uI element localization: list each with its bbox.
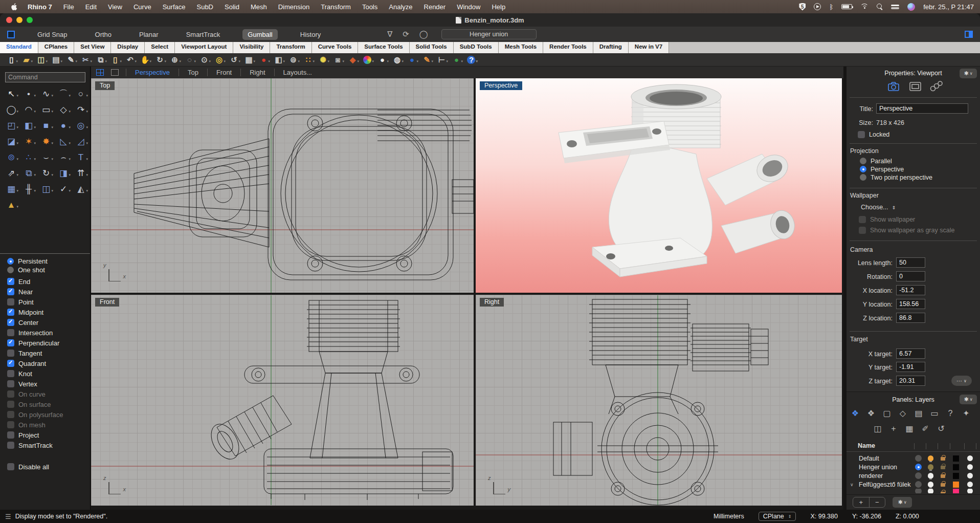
toolbar-icon[interactable]: ◧ (271, 54, 286, 66)
menu-item[interactable]: SubD (196, 3, 213, 11)
toolbar-icon[interactable]: ✎ (419, 54, 434, 66)
osnap-check-row[interactable]: Quadrant (7, 358, 88, 368)
pointer-arrow-icon[interactable]: ⟳ (403, 30, 409, 39)
panel-icon[interactable]: ✦ (962, 408, 971, 418)
toolbar-icon[interactable]: ▤ (49, 54, 63, 66)
toolbar-icon[interactable]: ✂ (78, 54, 93, 66)
target-more-button[interactable]: ⋯∨ (951, 376, 972, 386)
palette-tool-icon[interactable]: ◎ (72, 119, 90, 135)
osnap-check-row[interactable]: On polysurface (7, 409, 88, 420)
viewport-right[interactable]: Right (476, 295, 842, 506)
panel-icon[interactable]: ↺ (937, 424, 946, 433)
palette-tool-icon[interactable]: ↻ (37, 166, 55, 182)
palette-tool-icon[interactable]: ◺ (55, 135, 72, 150)
viewport-tab-top[interactable]: Top (179, 69, 207, 76)
toolbar-icon[interactable]: ◎ (212, 54, 227, 66)
osnap-check-row[interactable]: Knot (7, 368, 88, 379)
ribbon-tab[interactable]: Mesh Tools (499, 42, 543, 53)
layer-color-swatch[interactable] (953, 482, 959, 488)
radio-button[interactable] (7, 258, 14, 265)
lens-length-input[interactable] (896, 257, 925, 268)
current-layer-radio[interactable] (915, 455, 922, 462)
checkbox[interactable] (7, 350, 14, 357)
toolbar-icon[interactable]: ● (256, 54, 271, 66)
panel-icon[interactable]: ? (946, 409, 955, 418)
selection-filter-icon[interactable] (7, 31, 15, 38)
layer-visibility-bulb-icon[interactable] (928, 482, 933, 487)
palette-tool-icon[interactable]: ↷ (72, 103, 90, 119)
ribbon-tab[interactable]: CPlanes (38, 42, 74, 53)
toolbar-icon[interactable]: ◌ (182, 54, 197, 66)
toolbar-icon[interactable]: ∷ (301, 54, 316, 66)
viewport-tab-perspective[interactable]: Perspective (126, 69, 179, 76)
palette-tool-icon[interactable]: ✓ (55, 182, 72, 198)
osnap-check-row[interactable]: On surface (7, 399, 88, 409)
z-location-input[interactable] (896, 313, 925, 323)
layer-color-swatch[interactable] (953, 473, 959, 479)
checkbox[interactable] (7, 380, 14, 387)
add-layer-button[interactable]: + (853, 497, 870, 507)
osnap-check-row[interactable]: Project (7, 430, 88, 440)
toolbar-icon[interactable]: ⊢ (434, 54, 449, 66)
checkbox[interactable] (7, 329, 14, 336)
layer-color-swatch[interactable] (953, 489, 959, 493)
layer-lock-icon[interactable] (941, 457, 945, 461)
toolbar-icon[interactable]: ▯ (108, 54, 123, 66)
toolbar-icon[interactable]: ◫ (34, 54, 49, 66)
menu-item[interactable]: Mesh (251, 3, 267, 11)
palette-tool-icon[interactable]: • (20, 87, 37, 103)
checkbox[interactable] (7, 401, 14, 408)
filter-icon[interactable]: ∇ (387, 30, 392, 39)
palette-tool-icon[interactable]: ⌢ (55, 150, 72, 166)
ribbon-tab[interactable]: Standard (0, 42, 38, 53)
cplane-dropdown[interactable]: CPlane⇕ (759, 512, 796, 521)
checkbox[interactable] (7, 278, 14, 285)
coordinate-x[interactable]: X: 99.380 (810, 513, 838, 520)
viewport-top[interactable]: Top (91, 78, 474, 293)
menu-item[interactable]: Render (424, 3, 446, 11)
osnap-check-row[interactable]: Midpoint (7, 307, 88, 317)
ribbon-tab[interactable]: Set View (74, 42, 111, 53)
palette-tool-icon[interactable]: ◿ (72, 135, 90, 150)
four-viewport-layout-icon[interactable] (96, 69, 104, 76)
palette-tool-icon[interactable]: ■ (37, 119, 55, 135)
viewport-front-label[interactable]: Front (95, 298, 119, 307)
projection-perspective-row[interactable]: Perspective (860, 165, 904, 173)
sidebar-toggle-icon[interactable] (965, 31, 973, 38)
layer-row[interactable]: ∨ Felfüggesztő fülek (847, 480, 980, 489)
layers-name-header[interactable]: Name (847, 441, 980, 452)
osnap-mode-row[interactable]: Persistent (7, 257, 88, 266)
ribbon-tab[interactable]: Drafting (593, 42, 629, 53)
toolbar-icon[interactable]: ⊙ (197, 54, 212, 66)
toolbar-icon[interactable]: ✺ (316, 54, 330, 66)
layers-gear-button[interactable]: ✱∨ (893, 497, 912, 508)
ribbon-tab[interactable]: Transform (270, 42, 311, 53)
menu-item[interactable]: Rhino 7 (28, 3, 52, 11)
ribbon-tab[interactable]: Curve Tools (312, 42, 359, 53)
ribbon-tab[interactable]: Solid Tools (410, 42, 454, 53)
menu-item[interactable]: File (63, 3, 74, 11)
apple-logo-icon[interactable] (10, 3, 18, 11)
toolbar-icon[interactable]: ◍ (390, 54, 405, 66)
palette-tool-icon[interactable]: ∴ (20, 150, 37, 166)
checkbox[interactable] (7, 390, 14, 398)
y-target-input[interactable] (896, 362, 925, 372)
layer-name[interactable]: Henger union (859, 464, 897, 471)
toolbar-icon[interactable]: ↶ (123, 54, 138, 66)
palette-tool-icon[interactable]: T (72, 150, 90, 166)
viewport-title-input[interactable] (876, 103, 968, 114)
viewport-top-label[interactable]: Top (95, 81, 115, 90)
layer-material-circle[interactable] (967, 464, 973, 470)
layer-row[interactable]: Default (847, 454, 980, 463)
current-layer-radio[interactable] (915, 489, 922, 493)
menu-item[interactable]: Curve (133, 3, 151, 11)
current-layer-radio[interactable] (915, 472, 922, 479)
osnap-check-row[interactable]: Near (7, 287, 88, 297)
layer-visibility-bulb-icon[interactable] (928, 473, 933, 478)
toolbar-icon[interactable]: ● (360, 54, 375, 66)
ribbon-tab[interactable]: Display (111, 42, 145, 53)
toggle-smarttrack[interactable]: SmartTrack (181, 29, 226, 40)
minimize-window-button[interactable] (16, 17, 23, 23)
toggle-gumball[interactable]: Gumball (242, 29, 277, 40)
y-location-input[interactable] (896, 299, 925, 309)
